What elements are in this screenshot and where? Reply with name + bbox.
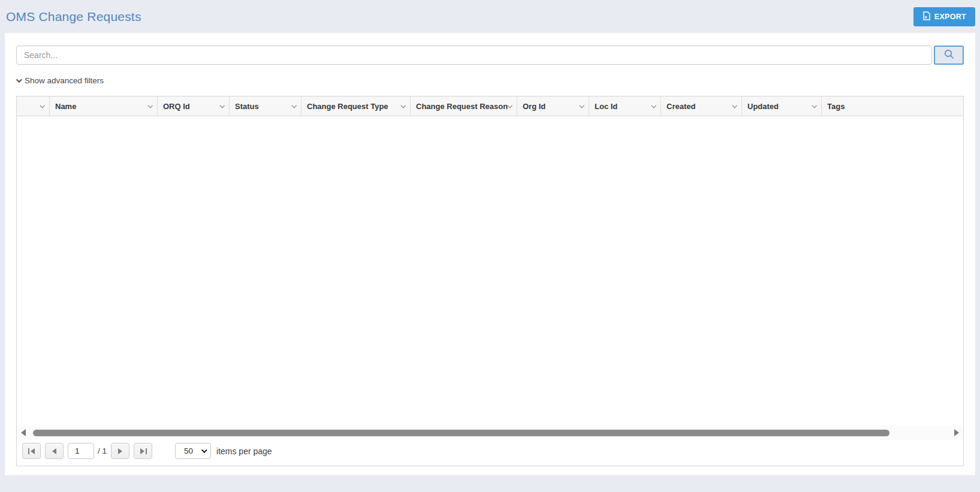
column-menu-chevron-down-icon[interactable] bbox=[40, 103, 44, 108]
column-header-change-request-type[interactable]: Change Request Type bbox=[301, 96, 410, 116]
seek-first-icon bbox=[28, 448, 35, 454]
arrow-right-icon bbox=[117, 448, 123, 454]
previous-page-button[interactable] bbox=[45, 443, 64, 459]
column-header-row-select[interactable] bbox=[17, 96, 49, 116]
export-button-label: EXPORT bbox=[934, 13, 966, 21]
column-label: Tags bbox=[827, 102, 845, 111]
last-page-button[interactable] bbox=[134, 443, 152, 459]
column-header-created[interactable]: Created bbox=[661, 96, 741, 116]
grid-body-empty bbox=[17, 116, 963, 425]
advanced-filters-toggle[interactable]: Show advanced filters bbox=[16, 74, 104, 86]
column-menu-chevron-down-icon[interactable] bbox=[219, 103, 224, 108]
column-label: Name bbox=[55, 102, 76, 111]
content-panel: Show advanced filters NameORQ IdStatusCh… bbox=[5, 33, 975, 475]
first-page-button[interactable] bbox=[22, 443, 41, 459]
column-label: Updated bbox=[747, 102, 779, 111]
column-header-updated[interactable]: Updated bbox=[741, 96, 821, 116]
column-header-orq-id[interactable]: ORQ Id bbox=[157, 96, 229, 116]
scroll-left-arrow-icon[interactable] bbox=[21, 429, 26, 436]
column-header-tags[interactable]: Tags bbox=[821, 96, 963, 116]
column-menu-chevron-down-icon[interactable] bbox=[508, 103, 512, 108]
column-menu-chevron-down-icon[interactable] bbox=[579, 103, 584, 108]
column-menu-chevron-down-icon[interactable] bbox=[400, 103, 405, 108]
chevron-down-icon bbox=[16, 77, 22, 83]
search-row bbox=[16, 46, 964, 65]
svg-text:x: x bbox=[924, 14, 927, 20]
column-label: Change Request Reason bbox=[416, 102, 508, 111]
next-page-button[interactable] bbox=[111, 443, 129, 459]
horizontal-scrollbar[interactable] bbox=[17, 425, 963, 440]
column-label: Loc Id bbox=[595, 102, 617, 111]
select-caret-icon bbox=[201, 447, 207, 453]
column-header-name[interactable]: Name bbox=[49, 96, 157, 116]
column-header-status[interactable]: Status bbox=[229, 96, 301, 116]
search-button[interactable] bbox=[934, 46, 964, 65]
page-size-value: 50 bbox=[184, 446, 193, 455]
column-header-loc-id[interactable]: Loc Id bbox=[589, 96, 661, 116]
column-label: Org Id bbox=[523, 102, 545, 111]
column-label: ORQ Id bbox=[163, 102, 190, 111]
column-label: Change Request Type bbox=[307, 102, 388, 111]
page-header: OMS Change Requests x EXPORT bbox=[0, 0, 980, 33]
scrollbar-track[interactable] bbox=[29, 430, 951, 436]
page-size-select[interactable]: 50 bbox=[175, 443, 211, 459]
export-button[interactable]: x EXPORT bbox=[913, 7, 975, 26]
advanced-filters-label: Show advanced filters bbox=[25, 76, 104, 85]
page-number-input[interactable] bbox=[68, 443, 94, 459]
scroll-right-arrow-icon[interactable] bbox=[954, 429, 959, 436]
items-per-page-label: items per page bbox=[216, 446, 272, 456]
column-header-change-request-reason[interactable]: Change Request Reason bbox=[410, 96, 517, 116]
pager: / 1 50 items per bbox=[17, 440, 963, 466]
page-total-label: / 1 bbox=[98, 446, 107, 455]
column-menu-chevron-down-icon[interactable] bbox=[651, 103, 656, 108]
column-menu-chevron-down-icon[interactable] bbox=[291, 103, 296, 108]
column-label: Status bbox=[235, 102, 259, 111]
column-menu-chevron-down-icon[interactable] bbox=[812, 103, 816, 108]
scrollbar-thumb[interactable] bbox=[33, 430, 889, 436]
magnifier-icon bbox=[943, 49, 955, 62]
column-label: Created bbox=[667, 102, 695, 111]
arrow-left-icon bbox=[52, 448, 57, 454]
page-title: OMS Change Requests bbox=[6, 10, 141, 24]
excel-file-icon: x bbox=[922, 11, 930, 22]
column-menu-chevron-down-icon[interactable] bbox=[732, 103, 737, 108]
seek-last-icon bbox=[140, 448, 147, 454]
grid-header-row: NameORQ IdStatusChange Request TypeChang… bbox=[17, 96, 963, 116]
search-input[interactable] bbox=[16, 46, 932, 65]
data-grid: NameORQ IdStatusChange Request TypeChang… bbox=[16, 96, 964, 466]
column-menu-chevron-down-icon[interactable] bbox=[147, 103, 152, 108]
column-header-org-id[interactable]: Org Id bbox=[517, 96, 589, 116]
